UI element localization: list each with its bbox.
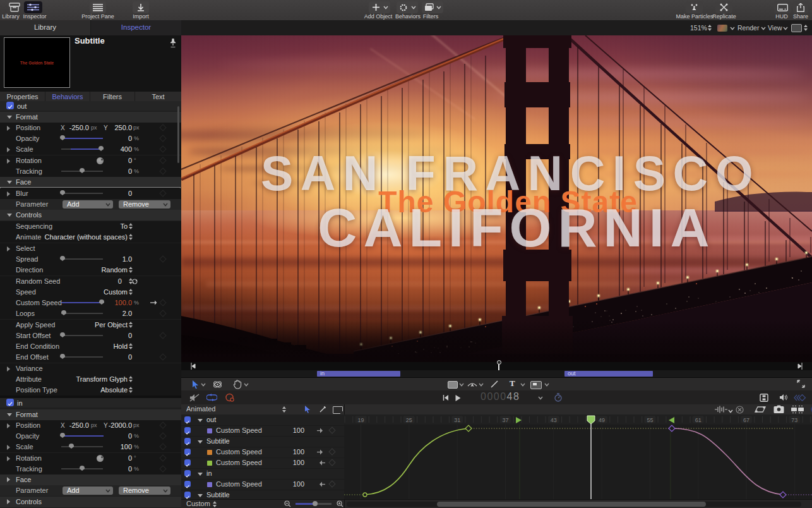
svg-text:67: 67 (743, 417, 749, 423)
svg-text:43: 43 (551, 417, 557, 423)
svg-text:73: 73 (791, 417, 797, 423)
svg-text:19: 19 (357, 417, 364, 423)
svg-text:49: 49 (599, 417, 605, 423)
svg-text:55: 55 (647, 417, 653, 423)
svg-text:25: 25 (406, 417, 412, 423)
svg-text:61: 61 (695, 417, 702, 423)
svg-text:31: 31 (454, 417, 460, 423)
svg-text:37: 37 (502, 417, 508, 423)
